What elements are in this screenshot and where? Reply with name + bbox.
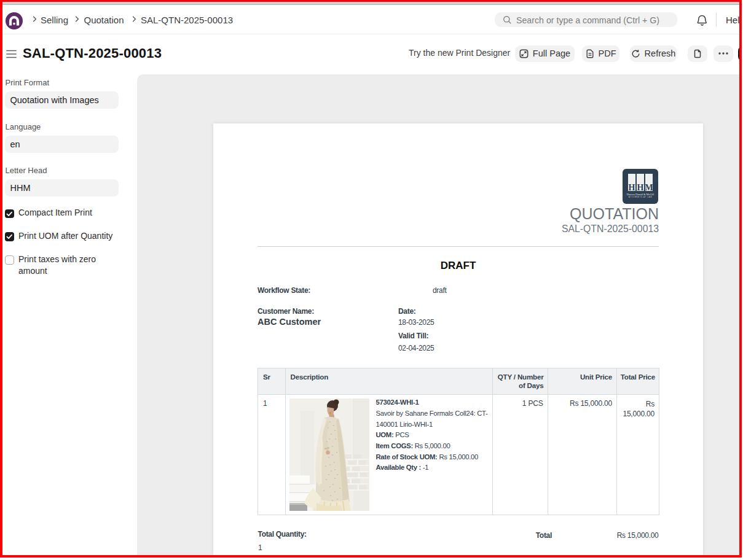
svg-text:M: M <box>645 183 653 192</box>
svg-text:Haroon Hamid & McGill: Haroon Hamid & McGill <box>627 193 655 196</box>
svg-text:H: H <box>629 183 635 192</box>
svg-text:H: H <box>637 183 644 192</box>
svg-text:ATTORNEYS AT LAW: ATTORNEYS AT LAW <box>629 196 653 198</box>
